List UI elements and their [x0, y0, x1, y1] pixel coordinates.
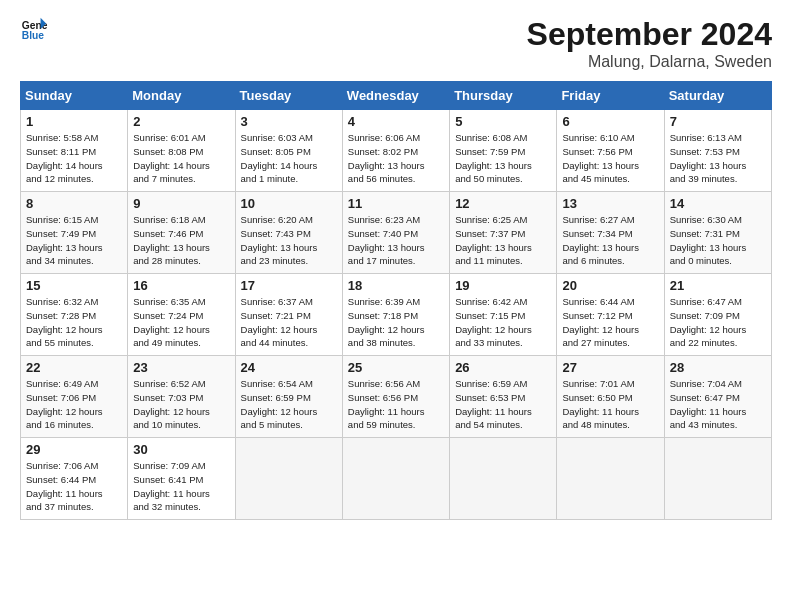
- logo-icon: General Blue: [20, 16, 48, 44]
- table-row: 4Sunrise: 6:06 AM Sunset: 8:02 PM Daylig…: [342, 110, 449, 192]
- header-friday: Friday: [557, 82, 664, 110]
- header-tuesday: Tuesday: [235, 82, 342, 110]
- table-row: 26Sunrise: 6:59 AM Sunset: 6:53 PM Dayli…: [450, 356, 557, 438]
- table-row: 9Sunrise: 6:18 AM Sunset: 7:46 PM Daylig…: [128, 192, 235, 274]
- table-row: 14Sunrise: 6:30 AM Sunset: 7:31 PM Dayli…: [664, 192, 771, 274]
- location-title: Malung, Dalarna, Sweden: [527, 53, 772, 71]
- header-monday: Monday: [128, 82, 235, 110]
- header-thursday: Thursday: [450, 82, 557, 110]
- table-row: 11Sunrise: 6:23 AM Sunset: 7:40 PM Dayli…: [342, 192, 449, 274]
- calendar-week-0: 1Sunrise: 5:58 AM Sunset: 8:11 PM Daylig…: [21, 110, 772, 192]
- header-sunday: Sunday: [21, 82, 128, 110]
- table-row: [235, 438, 342, 520]
- calendar-week-2: 15Sunrise: 6:32 AM Sunset: 7:28 PM Dayli…: [21, 274, 772, 356]
- table-row: 2Sunrise: 6:01 AM Sunset: 8:08 PM Daylig…: [128, 110, 235, 192]
- table-row: 13Sunrise: 6:27 AM Sunset: 7:34 PM Dayli…: [557, 192, 664, 274]
- table-row: 12Sunrise: 6:25 AM Sunset: 7:37 PM Dayli…: [450, 192, 557, 274]
- table-row: [664, 438, 771, 520]
- table-row: [342, 438, 449, 520]
- table-row: [450, 438, 557, 520]
- month-title: September 2024: [527, 16, 772, 53]
- header-row: Sunday Monday Tuesday Wednesday Thursday…: [21, 82, 772, 110]
- table-row: 22Sunrise: 6:49 AM Sunset: 7:06 PM Dayli…: [21, 356, 128, 438]
- table-row: 8Sunrise: 6:15 AM Sunset: 7:49 PM Daylig…: [21, 192, 128, 274]
- svg-text:Blue: Blue: [22, 30, 45, 41]
- table-row: 5Sunrise: 6:08 AM Sunset: 7:59 PM Daylig…: [450, 110, 557, 192]
- table-row: 17Sunrise: 6:37 AM Sunset: 7:21 PM Dayli…: [235, 274, 342, 356]
- header-saturday: Saturday: [664, 82, 771, 110]
- table-row: 19Sunrise: 6:42 AM Sunset: 7:15 PM Dayli…: [450, 274, 557, 356]
- logo: General Blue: [20, 16, 48, 44]
- table-row: 7Sunrise: 6:13 AM Sunset: 7:53 PM Daylig…: [664, 110, 771, 192]
- table-row: 20Sunrise: 6:44 AM Sunset: 7:12 PM Dayli…: [557, 274, 664, 356]
- table-row: 29Sunrise: 7:06 AM Sunset: 6:44 PM Dayli…: [21, 438, 128, 520]
- table-row: 16Sunrise: 6:35 AM Sunset: 7:24 PM Dayli…: [128, 274, 235, 356]
- table-row: 21Sunrise: 6:47 AM Sunset: 7:09 PM Dayli…: [664, 274, 771, 356]
- table-row: 28Sunrise: 7:04 AM Sunset: 6:47 PM Dayli…: [664, 356, 771, 438]
- table-row: 23Sunrise: 6:52 AM Sunset: 7:03 PM Dayli…: [128, 356, 235, 438]
- table-row: 1Sunrise: 5:58 AM Sunset: 8:11 PM Daylig…: [21, 110, 128, 192]
- table-row: 25Sunrise: 6:56 AM Sunset: 6:56 PM Dayli…: [342, 356, 449, 438]
- calendar-week-3: 22Sunrise: 6:49 AM Sunset: 7:06 PM Dayli…: [21, 356, 772, 438]
- table-row: 18Sunrise: 6:39 AM Sunset: 7:18 PM Dayli…: [342, 274, 449, 356]
- calendar-week-4: 29Sunrise: 7:06 AM Sunset: 6:44 PM Dayli…: [21, 438, 772, 520]
- calendar-week-1: 8Sunrise: 6:15 AM Sunset: 7:49 PM Daylig…: [21, 192, 772, 274]
- header-wednesday: Wednesday: [342, 82, 449, 110]
- table-row: 3Sunrise: 6:03 AM Sunset: 8:05 PM Daylig…: [235, 110, 342, 192]
- calendar-table: Sunday Monday Tuesday Wednesday Thursday…: [20, 81, 772, 520]
- title-block: September 2024 Malung, Dalarna, Sweden: [527, 16, 772, 71]
- table-row: [557, 438, 664, 520]
- table-row: 27Sunrise: 7:01 AM Sunset: 6:50 PM Dayli…: [557, 356, 664, 438]
- table-row: 15Sunrise: 6:32 AM Sunset: 7:28 PM Dayli…: [21, 274, 128, 356]
- table-row: 30Sunrise: 7:09 AM Sunset: 6:41 PM Dayli…: [128, 438, 235, 520]
- table-row: 24Sunrise: 6:54 AM Sunset: 6:59 PM Dayli…: [235, 356, 342, 438]
- table-row: 6Sunrise: 6:10 AM Sunset: 7:56 PM Daylig…: [557, 110, 664, 192]
- table-row: 10Sunrise: 6:20 AM Sunset: 7:43 PM Dayli…: [235, 192, 342, 274]
